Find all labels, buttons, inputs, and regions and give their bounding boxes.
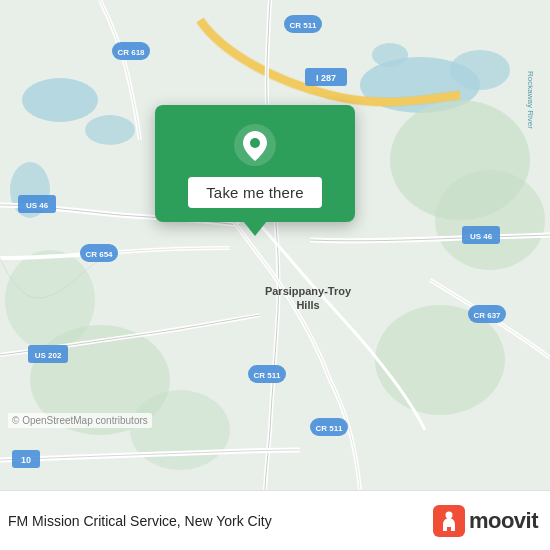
svg-point-6 xyxy=(372,43,408,67)
osm-attribution: © OpenStreetMap contributors xyxy=(8,413,152,428)
svg-text:CR 511: CR 511 xyxy=(289,21,317,30)
bottom-bar: FM Mission Critical Service, New York Ci… xyxy=(0,490,550,550)
svg-text:US 46: US 46 xyxy=(26,201,49,210)
svg-text:Hills: Hills xyxy=(296,299,319,311)
svg-text:10: 10 xyxy=(21,455,31,465)
svg-point-8 xyxy=(435,170,545,270)
svg-point-10 xyxy=(130,390,230,470)
location-info: FM Mission Critical Service, New York Ci… xyxy=(8,513,272,529)
svg-text:CR 618: CR 618 xyxy=(117,48,145,57)
svg-point-5 xyxy=(450,50,510,90)
svg-text:CR 511: CR 511 xyxy=(253,371,281,380)
take-me-there-button[interactable]: Take me there xyxy=(188,177,322,208)
moovit-icon xyxy=(433,505,465,537)
location-name: FM Mission Critical Service, New York Ci… xyxy=(8,513,272,529)
svg-text:CR 654: CR 654 xyxy=(85,250,113,259)
svg-point-41 xyxy=(445,511,452,518)
svg-text:US 202: US 202 xyxy=(35,351,62,360)
svg-point-39 xyxy=(250,138,260,148)
svg-text:US 46: US 46 xyxy=(470,232,493,241)
svg-text:Parsippany-Troy: Parsippany-Troy xyxy=(265,285,352,297)
popup-card: Take me there xyxy=(155,105,355,222)
svg-text:CR 511: CR 511 xyxy=(315,424,343,433)
svg-text:CR 637: CR 637 xyxy=(473,311,501,320)
svg-text:Rockaway River: Rockaway River xyxy=(526,71,535,129)
svg-point-1 xyxy=(22,78,98,122)
location-pin-icon xyxy=(233,123,277,167)
map-container: I 287 CR 618 xyxy=(0,0,550,490)
moovit-text: moovit xyxy=(469,508,538,534)
svg-point-2 xyxy=(85,115,135,145)
svg-point-11 xyxy=(5,250,95,350)
svg-text:I 287: I 287 xyxy=(316,73,336,83)
moovit-logo: moovit xyxy=(433,505,538,537)
